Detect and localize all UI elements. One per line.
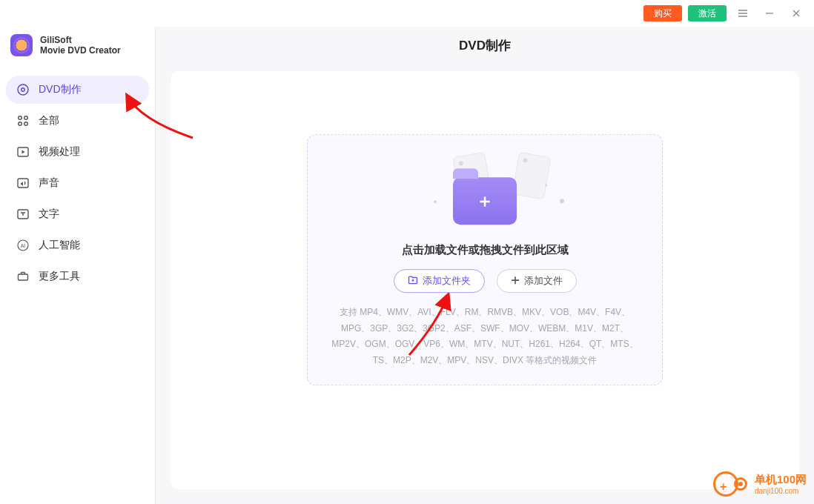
sidebar-item-all[interactable]: 全部: [6, 107, 149, 135]
content-card: ＋ 点击加载文件或拖拽文件到此区域 添加文件夹 添加文件: [171, 71, 799, 489]
buy-button[interactable]: 购买: [643, 5, 682, 21]
menu-icon[interactable]: [732, 3, 753, 24]
sidebar: GiliSoft Movie DVD Creator DVD制作 全部 视频处理: [0, 27, 156, 504]
svg-point-2: [19, 116, 22, 120]
sparkle-icon: [545, 184, 547, 186]
main-area: DVD制作 ＋ 点击加载文件或拖拽文件到此区域 添加文件夹: [156, 27, 814, 504]
sidebar-item-label: 声音: [39, 176, 59, 190]
toolbox-icon: [16, 270, 30, 283]
sidebar-item-dvd[interactable]: DVD制作: [6, 76, 149, 104]
brand: GiliSoft Movie DVD Creator: [0, 31, 155, 70]
sidebar-item-audio[interactable]: 声音: [6, 169, 149, 197]
folder-icon: ＋: [453, 177, 517, 225]
sidebar-item-video[interactable]: 视频处理: [6, 138, 149, 166]
sidebar-item-text[interactable]: 文字: [6, 200, 149, 228]
add-folder-label: 添加文件夹: [423, 274, 471, 288]
play-box-icon: [16, 145, 30, 159]
sidebar-item-ai[interactable]: AI 人工智能: [6, 231, 149, 259]
svg-point-3: [24, 116, 28, 120]
titlebar: 购买 激活: [0, 0, 814, 27]
add-file-label: 添加文件: [524, 274, 563, 288]
drop-illustration: ＋: [322, 147, 647, 236]
grid-icon: [16, 114, 30, 127]
text-icon: [16, 208, 30, 221]
plus-small-icon: [511, 276, 520, 287]
page-title: DVD制作: [156, 27, 814, 69]
file-ghost-icon: [512, 152, 551, 200]
brand-line1: GiliSoft: [40, 35, 121, 45]
svg-point-5: [24, 122, 28, 126]
sidebar-item-label: 更多工具: [39, 270, 80, 283]
svg-point-0: [18, 84, 28, 95]
sidebar-nav: DVD制作 全部 视频处理 声音 文字: [0, 70, 155, 296]
brand-line2: Movie DVD Creator: [40, 45, 121, 56]
sidebar-item-label: 文字: [39, 208, 59, 221]
watermark-url: danji100.com: [755, 487, 807, 495]
plus-icon: ＋: [476, 192, 494, 210]
add-folder-button[interactable]: 添加文件夹: [394, 269, 485, 293]
minimize-icon[interactable]: [759, 3, 780, 24]
sidebar-item-label: 人工智能: [39, 239, 80, 252]
drop-title: 点击加载文件或拖拽文件到此区域: [322, 243, 647, 257]
drop-zone[interactable]: ＋ 点击加载文件或拖拽文件到此区域 添加文件夹 添加文件: [307, 134, 663, 385]
sparkle-icon: [560, 199, 564, 203]
ai-icon: AI: [16, 239, 30, 252]
svg-text:AI: AI: [21, 243, 26, 248]
sparkle-icon: [434, 200, 437, 203]
sidebar-item-label: 视频处理: [39, 145, 80, 159]
svg-rect-11: [19, 274, 28, 280]
watermark-title: 单机100网: [755, 473, 807, 487]
watermark-dot-icon: [734, 477, 747, 491]
supported-formats: 支持 MP4、WMV、AVI、FLV、RM、RMVB、MKV、VOB、M4V、F…: [322, 305, 647, 368]
sidebar-item-more[interactable]: 更多工具: [6, 262, 149, 291]
audio-icon: [16, 176, 30, 190]
svg-point-1: [21, 88, 24, 91]
drop-buttons: 添加文件夹 添加文件: [322, 269, 647, 293]
activate-button[interactable]: 激活: [688, 5, 727, 21]
close-icon[interactable]: [786, 3, 807, 24]
watermark: + 单机100网 danji100.com: [713, 471, 807, 497]
add-file-button[interactable]: 添加文件: [497, 269, 577, 293]
sidebar-item-label: 全部: [39, 114, 59, 127]
dvd-disc-icon: [16, 83, 30, 96]
sidebar-item-label: DVD制作: [39, 83, 82, 96]
svg-point-4: [19, 122, 22, 126]
folder-plus-icon: [408, 275, 418, 288]
app-logo-icon: [10, 34, 33, 56]
